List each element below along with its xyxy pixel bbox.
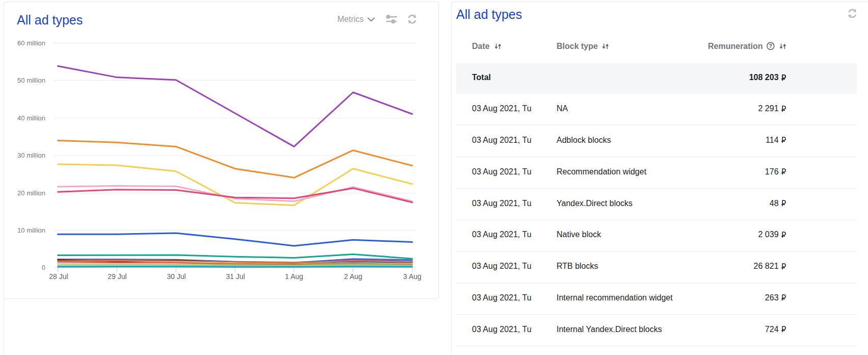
svg-text:10 million: 10 million bbox=[17, 226, 45, 234]
svg-text:20 million: 20 million bbox=[17, 189, 45, 197]
svg-text:3 Aug: 3 Aug bbox=[403, 272, 422, 281]
svg-text:30 million: 30 million bbox=[17, 151, 45, 159]
svg-text:28 Jul: 28 Jul bbox=[49, 272, 68, 281]
svg-text:60 million: 60 million bbox=[17, 39, 45, 47]
svg-text:0: 0 bbox=[42, 264, 45, 271]
svg-text:40 million: 40 million bbox=[17, 114, 45, 122]
svg-text:50 million: 50 million bbox=[17, 77, 45, 84]
svg-text:31 Jul: 31 Jul bbox=[226, 272, 245, 281]
svg-text:30 Jul: 30 Jul bbox=[167, 272, 186, 281]
svg-text:29 Jul: 29 Jul bbox=[108, 272, 126, 281]
svg-text:?: ? bbox=[769, 43, 772, 49]
svg-text:1 Aug: 1 Aug bbox=[285, 272, 303, 281]
svg-text:2 Aug: 2 Aug bbox=[344, 272, 362, 281]
